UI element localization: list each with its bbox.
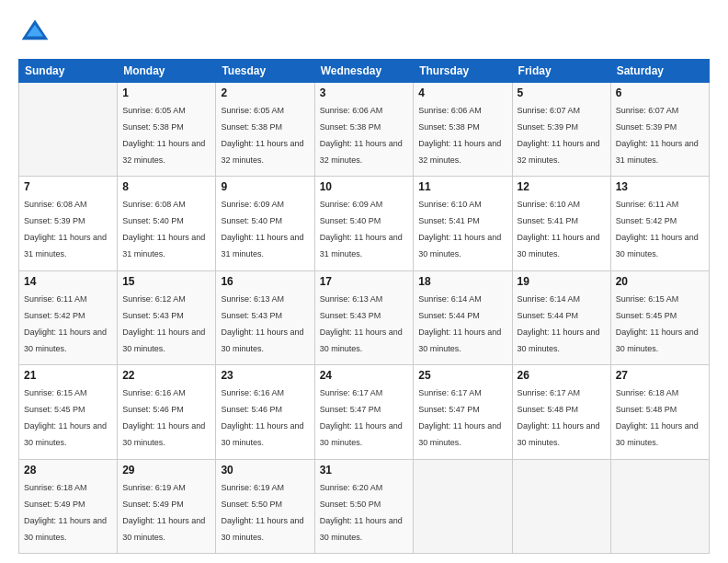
day-header-friday: Friday (512, 60, 610, 83)
day-cell: 23Sunrise: 6:16 AM Sunset: 5:46 PM Dayli… (216, 365, 314, 459)
week-row-4: 21Sunrise: 6:15 AM Sunset: 5:45 PM Dayli… (19, 365, 710, 459)
day-cell: 5Sunrise: 6:07 AM Sunset: 5:39 PM Daylig… (512, 83, 610, 177)
day-cell (610, 459, 709, 553)
day-cell: 7Sunrise: 6:08 AM Sunset: 5:39 PM Daylig… (19, 177, 118, 270)
day-number: 21 (24, 369, 112, 382)
logo-icon (18, 17, 51, 50)
day-number: 24 (320, 369, 409, 382)
day-cell: 2Sunrise: 6:05 AM Sunset: 5:38 PM Daylig… (216, 83, 314, 177)
logo (18, 17, 55, 50)
calendar-table: SundayMondayTuesdayWednesdayThursdayFrid… (18, 59, 710, 554)
day-cell: 18Sunrise: 6:14 AM Sunset: 5:44 PM Dayli… (414, 270, 512, 364)
day-cell: 24Sunrise: 6:17 AM Sunset: 5:47 PM Dayli… (314, 365, 414, 459)
day-info: Sunrise: 6:18 AM Sunset: 5:48 PM Dayligh… (616, 388, 699, 447)
day-info: Sunrise: 6:05 AM Sunset: 5:38 PM Dayligh… (221, 106, 303, 165)
day-cell: 15Sunrise: 6:12 AM Sunset: 5:43 PM Dayli… (118, 270, 216, 364)
day-number: 9 (221, 180, 309, 193)
day-number: 6 (616, 86, 704, 99)
day-info: Sunrise: 6:10 AM Sunset: 5:41 PM Dayligh… (518, 200, 600, 259)
day-info: Sunrise: 6:19 AM Sunset: 5:50 PM Dayligh… (221, 483, 303, 542)
day-info: Sunrise: 6:08 AM Sunset: 5:39 PM Dayligh… (24, 200, 107, 259)
day-info: Sunrise: 6:12 AM Sunset: 5:43 PM Dayligh… (122, 294, 205, 353)
day-number: 25 (418, 369, 506, 382)
day-cell: 21Sunrise: 6:15 AM Sunset: 5:45 PM Dayli… (19, 365, 118, 459)
day-header-tuesday: Tuesday (216, 60, 314, 83)
day-number: 13 (616, 180, 704, 193)
day-cell: 27Sunrise: 6:18 AM Sunset: 5:48 PM Dayli… (610, 365, 709, 459)
day-cell: 25Sunrise: 6:17 AM Sunset: 5:47 PM Dayli… (414, 365, 512, 459)
day-info: Sunrise: 6:07 AM Sunset: 5:39 PM Dayligh… (616, 106, 699, 165)
day-cell: 6Sunrise: 6:07 AM Sunset: 5:39 PM Daylig… (610, 83, 709, 177)
day-number: 29 (122, 464, 210, 477)
header (18, 17, 710, 50)
day-header-sunday: Sunday (19, 60, 118, 83)
day-info: Sunrise: 6:07 AM Sunset: 5:39 PM Dayligh… (518, 106, 600, 165)
day-info: Sunrise: 6:14 AM Sunset: 5:44 PM Dayligh… (418, 294, 501, 353)
day-header-thursday: Thursday (414, 60, 512, 83)
day-number: 5 (518, 86, 606, 99)
day-cell: 3Sunrise: 6:06 AM Sunset: 5:38 PM Daylig… (314, 83, 414, 177)
day-cell (512, 459, 610, 553)
day-header-monday: Monday (118, 60, 216, 83)
day-cell: 4Sunrise: 6:06 AM Sunset: 5:38 PM Daylig… (414, 83, 512, 177)
days-header-row: SundayMondayTuesdayWednesdayThursdayFrid… (19, 60, 710, 83)
day-cell: 12Sunrise: 6:10 AM Sunset: 5:41 PM Dayli… (512, 177, 610, 270)
day-cell: 29Sunrise: 6:19 AM Sunset: 5:49 PM Dayli… (118, 459, 216, 553)
day-info: Sunrise: 6:14 AM Sunset: 5:44 PM Dayligh… (518, 294, 600, 353)
day-cell (19, 83, 118, 177)
day-cell: 30Sunrise: 6:19 AM Sunset: 5:50 PM Dayli… (216, 459, 314, 553)
week-row-5: 28Sunrise: 6:18 AM Sunset: 5:49 PM Dayli… (19, 459, 710, 553)
day-number: 31 (320, 464, 409, 477)
day-info: Sunrise: 6:13 AM Sunset: 5:43 PM Dayligh… (320, 294, 403, 353)
day-info: Sunrise: 6:16 AM Sunset: 5:46 PM Dayligh… (122, 388, 205, 447)
week-row-1: 1Sunrise: 6:05 AM Sunset: 5:38 PM Daylig… (19, 83, 710, 177)
day-cell: 11Sunrise: 6:10 AM Sunset: 5:41 PM Dayli… (414, 177, 512, 270)
day-info: Sunrise: 6:10 AM Sunset: 5:41 PM Dayligh… (418, 200, 501, 259)
day-number: 26 (518, 369, 606, 382)
day-number: 28 (24, 464, 112, 477)
day-cell: 31Sunrise: 6:20 AM Sunset: 5:50 PM Dayli… (314, 459, 414, 553)
day-info: Sunrise: 6:17 AM Sunset: 5:47 PM Dayligh… (320, 388, 403, 447)
day-number: 2 (221, 86, 309, 99)
day-number: 30 (221, 464, 309, 477)
day-cell: 14Sunrise: 6:11 AM Sunset: 5:42 PM Dayli… (19, 270, 118, 364)
week-row-2: 7Sunrise: 6:08 AM Sunset: 5:39 PM Daylig… (19, 177, 710, 270)
day-number: 16 (221, 275, 309, 288)
day-info: Sunrise: 6:11 AM Sunset: 5:42 PM Dayligh… (24, 294, 107, 353)
day-cell: 28Sunrise: 6:18 AM Sunset: 5:49 PM Dayli… (19, 459, 118, 553)
day-cell: 13Sunrise: 6:11 AM Sunset: 5:42 PM Dayli… (610, 177, 709, 270)
day-number: 12 (518, 180, 606, 193)
day-info: Sunrise: 6:15 AM Sunset: 5:45 PM Dayligh… (616, 294, 699, 353)
day-cell (414, 459, 512, 553)
page: SundayMondayTuesdayWednesdayThursdayFrid… (0, 0, 728, 563)
day-number: 17 (320, 275, 409, 288)
day-info: Sunrise: 6:17 AM Sunset: 5:48 PM Dayligh… (518, 388, 600, 447)
day-number: 20 (616, 275, 704, 288)
day-info: Sunrise: 6:11 AM Sunset: 5:42 PM Dayligh… (616, 200, 699, 259)
day-number: 8 (122, 180, 210, 193)
week-row-3: 14Sunrise: 6:11 AM Sunset: 5:42 PM Dayli… (19, 270, 710, 364)
day-number: 10 (320, 180, 409, 193)
day-number: 1 (122, 86, 210, 99)
day-header-saturday: Saturday (610, 60, 709, 83)
day-number: 15 (122, 275, 210, 288)
day-number: 19 (518, 275, 606, 288)
day-number: 11 (418, 180, 506, 193)
day-info: Sunrise: 6:05 AM Sunset: 5:38 PM Dayligh… (122, 106, 205, 165)
day-number: 27 (616, 369, 704, 382)
day-number: 14 (24, 275, 112, 288)
day-cell: 19Sunrise: 6:14 AM Sunset: 5:44 PM Dayli… (512, 270, 610, 364)
day-info: Sunrise: 6:15 AM Sunset: 5:45 PM Dayligh… (24, 388, 107, 447)
day-info: Sunrise: 6:06 AM Sunset: 5:38 PM Dayligh… (418, 106, 501, 165)
day-info: Sunrise: 6:19 AM Sunset: 5:49 PM Dayligh… (122, 483, 205, 542)
day-info: Sunrise: 6:09 AM Sunset: 5:40 PM Dayligh… (320, 200, 403, 259)
day-cell: 9Sunrise: 6:09 AM Sunset: 5:40 PM Daylig… (216, 177, 314, 270)
day-number: 23 (221, 369, 309, 382)
day-info: Sunrise: 6:17 AM Sunset: 5:47 PM Dayligh… (418, 388, 501, 447)
day-cell: 10Sunrise: 6:09 AM Sunset: 5:40 PM Dayli… (314, 177, 414, 270)
day-number: 22 (122, 369, 210, 382)
day-cell: 17Sunrise: 6:13 AM Sunset: 5:43 PM Dayli… (314, 270, 414, 364)
day-cell: 16Sunrise: 6:13 AM Sunset: 5:43 PM Dayli… (216, 270, 314, 364)
day-info: Sunrise: 6:09 AM Sunset: 5:40 PM Dayligh… (221, 200, 303, 259)
day-info: Sunrise: 6:18 AM Sunset: 5:49 PM Dayligh… (24, 483, 107, 542)
